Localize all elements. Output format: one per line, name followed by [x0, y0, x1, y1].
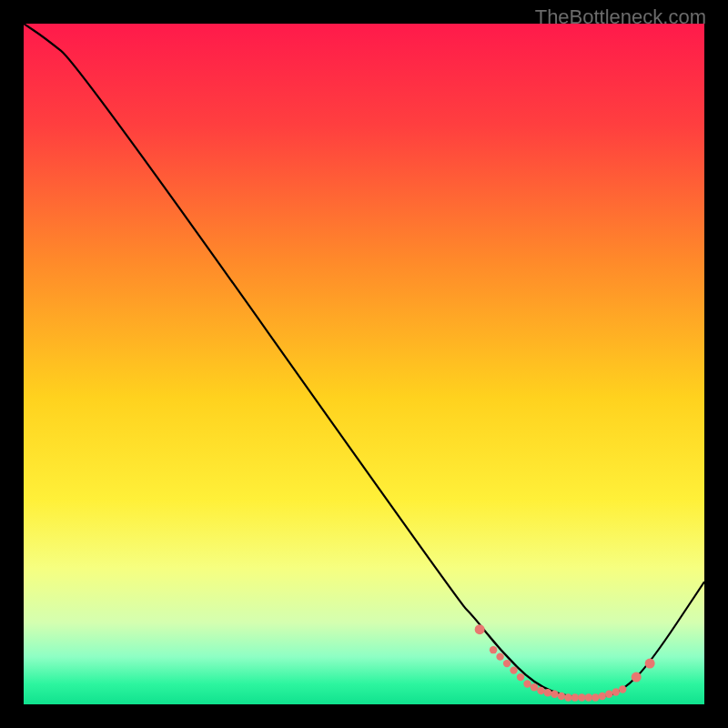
highlight-dot	[496, 652, 503, 660]
bottleneck-curve	[24, 24, 704, 698]
plot-area	[24, 24, 704, 704]
curve-layer	[24, 24, 704, 704]
chart-container: TheBottleneck.com	[0, 0, 728, 728]
highlight-dot	[578, 693, 585, 701]
highlight-dot	[619, 685, 626, 693]
highlight-dot	[612, 688, 620, 695]
highlight-dot	[564, 693, 571, 701]
highlight-dot	[551, 691, 558, 698]
watermark-text: TheBottleneck.com	[535, 5, 706, 29]
highlight-dot	[645, 659, 655, 669]
highlight-dot	[544, 689, 551, 696]
highlight-dot	[571, 693, 579, 701]
highlight-dot	[531, 683, 538, 691]
highlight-dot	[599, 693, 606, 700]
highlight-dot	[517, 673, 524, 681]
highlight-dot	[475, 624, 485, 634]
highlight-dot	[585, 693, 592, 701]
highlight-dot	[592, 693, 599, 701]
highlight-dot	[503, 660, 511, 667]
highlight-dot	[605, 691, 612, 698]
optimal-range-dots	[475, 624, 655, 702]
highlight-dot	[537, 687, 544, 694]
highlight-dot	[490, 646, 497, 653]
highlight-dot	[558, 693, 565, 700]
highlight-dot	[523, 680, 531, 687]
highlight-dot	[510, 666, 517, 673]
highlight-dot	[632, 672, 642, 682]
